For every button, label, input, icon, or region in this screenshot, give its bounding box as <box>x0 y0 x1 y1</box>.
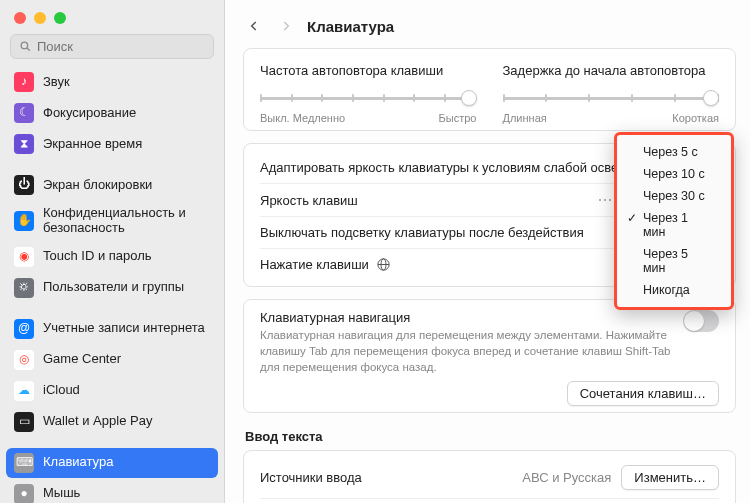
popup-item-4[interactable]: Через 5 мин <box>621 243 727 279</box>
adapt-brightness-label: Адаптировать яркость клавиатуры к услови… <box>260 160 643 175</box>
sidebar-icon: ● <box>14 484 34 503</box>
sidebar-item-label: Учетные записи интернета <box>43 321 205 336</box>
sidebar-item-1[interactable]: ☾Фокусирование <box>6 98 218 128</box>
sidebar-item-label: Конфиденциальность и безопасность <box>43 206 210 236</box>
sidebar-icon: ◎ <box>14 350 34 370</box>
search-field[interactable] <box>10 34 214 59</box>
svg-line-1 <box>27 48 30 51</box>
text-input-section-title: Ввод текста <box>245 429 736 444</box>
popup-item-1[interactable]: Через 10 с <box>621 163 727 185</box>
delay-min-label: Длинная <box>503 112 547 124</box>
sidebar-item-7[interactable]: @Учетные записи интернета <box>6 314 218 344</box>
repeat-card: Частота автоповтора клавиши Выкл. Медлен… <box>243 48 736 131</box>
kb-nav-title: Клавиатурная навигация <box>260 310 673 325</box>
sidebar-icon: ▭ <box>14 412 34 432</box>
sidebar-icon: ◉ <box>14 247 34 267</box>
traffic-lights <box>0 0 224 34</box>
sidebar-icon: ✋ <box>14 211 34 231</box>
search-icon <box>19 40 32 53</box>
delay-slider[interactable] <box>503 88 720 108</box>
backlight-timeout-popup: Через 5 сЧерез 10 сЧерез 30 сЧерез 1 мин… <box>614 132 734 310</box>
sidebar-icon: ⏻ <box>14 175 34 195</box>
globe-icon <box>376 257 391 272</box>
forward-button[interactable] <box>275 14 297 38</box>
minimize-window-button[interactable] <box>34 12 46 24</box>
key-brightness-label: Яркость клавиш <box>260 193 358 208</box>
sidebar-item-6[interactable]: ⛭Пользователи и группы <box>6 273 218 303</box>
sidebar-item-3[interactable]: ⏻Экран блокировки <box>6 170 218 200</box>
svg-point-0 <box>21 42 28 49</box>
popup-item-0[interactable]: Через 5 с <box>621 141 727 163</box>
popup-item-3[interactable]: Через 1 мин <box>621 207 727 243</box>
kb-nav-description: Клавиатурная навигация для перемещения м… <box>260 327 673 375</box>
sidebar-item-10[interactable]: ▭Wallet и Apple Pay <box>6 407 218 437</box>
sidebar-icon: ♪ <box>14 72 34 92</box>
sidebar-item-12[interactable]: ●Мышь <box>6 479 218 503</box>
sidebar-icon: ⌨ <box>14 453 34 473</box>
sidebar-item-label: iCloud <box>43 383 80 398</box>
popup-item-2[interactable]: Через 30 с <box>621 185 727 207</box>
repeat-min-label: Выкл. Медленно <box>260 112 345 124</box>
search-input[interactable] <box>37 39 205 54</box>
delay-max-label: Короткая <box>672 112 719 124</box>
sidebar-icon: ☾ <box>14 103 34 123</box>
sidebar-item-4[interactable]: ✋Конфиденциальность и безопасность <box>6 201 218 241</box>
sidebar-icon: ⧗ <box>14 134 34 154</box>
close-window-button[interactable] <box>14 12 26 24</box>
key-repeat-label: Частота автоповтора клавиши <box>260 63 477 78</box>
kb-nav-toggle[interactable] <box>683 310 719 332</box>
key-repeat-slider[interactable] <box>260 88 477 108</box>
popup-item-5[interactable]: Никогда <box>621 279 727 301</box>
sidebar-item-label: Фокусирование <box>43 106 136 121</box>
sidebar: ♪Звук☾Фокусирование⧗Экранное время⏻Экран… <box>0 0 225 503</box>
content-pane: Клавиатура Частота автоповтора клавиши В… <box>225 0 750 503</box>
back-button[interactable] <box>243 14 265 38</box>
sidebar-icon: ⛭ <box>14 278 34 298</box>
sidebar-item-5[interactable]: ◉Touch ID и пароль <box>6 242 218 272</box>
delay-label: Задержка до начала автоповтора <box>503 63 720 78</box>
sidebar-item-label: Мышь <box>43 486 80 501</box>
sidebar-item-label: Клавиатура <box>43 455 113 470</box>
text-input-card: Источники ввода АВС и Русская Изменить… … <box>243 450 736 503</box>
sidebar-item-2[interactable]: ⧗Экранное время <box>6 129 218 159</box>
sidebar-item-label: Экранное время <box>43 137 142 152</box>
kb-nav-card: Клавиатурная навигация Клавиатурная нави… <box>243 299 736 413</box>
repeat-max-label: Быстро <box>439 112 477 124</box>
page-title: Клавиатура <box>307 18 394 35</box>
sidebar-item-8[interactable]: ◎Game Center <box>6 345 218 375</box>
sidebar-item-label: Звук <box>43 75 70 90</box>
keyboard-shortcuts-button[interactable]: Сочетания клавиш… <box>567 381 719 406</box>
sidebar-item-11[interactable]: ⌨Клавиатура <box>6 448 218 478</box>
sidebar-icon: @ <box>14 319 34 339</box>
sidebar-item-label: Touch ID и пароль <box>43 249 152 264</box>
backlight-off-label: Выключать подсветку клавиатуры после без… <box>260 225 584 240</box>
sidebar-item-label: Экран блокировки <box>43 178 152 193</box>
input-sources-label: Источники ввода <box>260 470 362 485</box>
sidebar-item-label: Пользователи и группы <box>43 280 184 295</box>
sidebar-item-label: Game Center <box>43 352 121 367</box>
sidebar-item-0[interactable]: ♪Звук <box>6 67 218 97</box>
sidebar-item-9[interactable]: ☁iCloud <box>6 376 218 406</box>
sidebar-icon: ☁ <box>14 381 34 401</box>
globe-key-label: Нажатие клавиши <box>260 257 391 272</box>
zoom-window-button[interactable] <box>54 12 66 24</box>
input-sources-value: АВС и Русская <box>522 470 611 485</box>
sidebar-item-label: Wallet и Apple Pay <box>43 414 152 429</box>
edit-input-sources-button[interactable]: Изменить… <box>621 465 719 490</box>
